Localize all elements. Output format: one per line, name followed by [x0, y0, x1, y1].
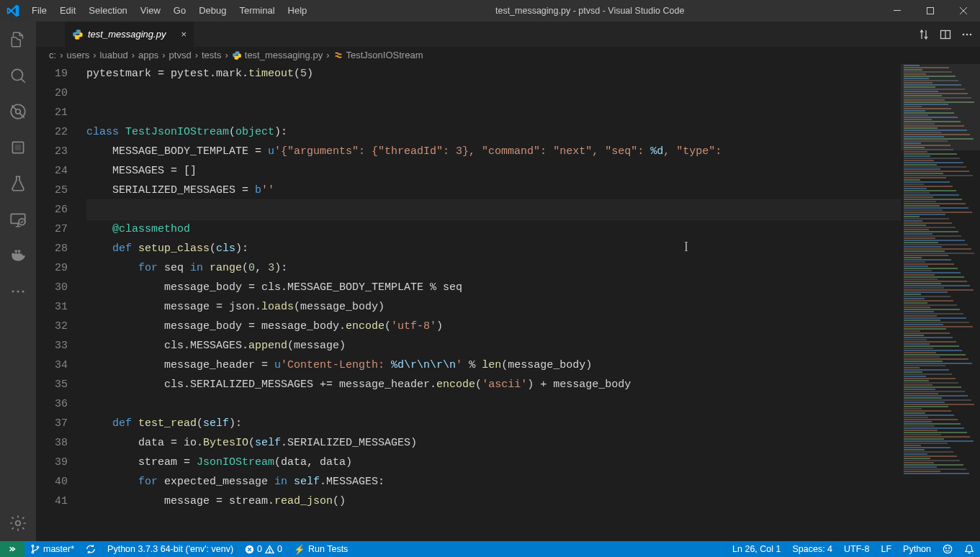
- code-line[interactable]: for seq in range(0, 3):: [86, 258, 901, 278]
- activity-remote[interactable]: [0, 201, 36, 237]
- menu-go[interactable]: Go: [167, 0, 192, 22]
- code-line[interactable]: message = stream.read_json(): [86, 492, 901, 511]
- minimap-line: [904, 443, 948, 444]
- svg-point-23: [269, 551, 270, 552]
- python-interpreter[interactable]: Python 3.7.3 64-bit ('env': venv): [102, 541, 239, 557]
- menu-selection[interactable]: Selection: [82, 0, 133, 22]
- minimize-button[interactable]: [881, 0, 914, 22]
- svg-point-16: [966, 33, 968, 35]
- more-actions-icon[interactable]: [961, 29, 973, 40]
- breadcrumb-item[interactable]: tests: [202, 50, 221, 60]
- code-line[interactable]: class TestJsonIOStream(object):: [86, 122, 901, 142]
- code-line[interactable]: pytestmark = pytest.mark.timeout(5): [86, 64, 901, 83]
- minimap-line: [904, 464, 963, 466]
- minimap-line: [904, 240, 965, 241]
- activity-debug[interactable]: [0, 130, 36, 166]
- branch-name: master*: [43, 544, 74, 554]
- split-editor-icon[interactable]: [940, 29, 951, 40]
- svg-point-26: [949, 548, 950, 548]
- tab-close-icon[interactable]: ×: [181, 29, 186, 40]
- line-number: 30: [36, 278, 68, 297]
- activity-bar: [0, 22, 36, 541]
- indentation[interactable]: Spaces: 4: [786, 541, 838, 557]
- breadcrumb-symbol[interactable]: TestJsonIOStream: [333, 50, 423, 60]
- activity-docker[interactable]: [0, 237, 36, 273]
- code-line[interactable]: stream = JsonIOStream(data, data): [86, 453, 901, 472]
- minimap-line: [904, 397, 942, 399]
- code-line[interactable]: [86, 394, 901, 414]
- minimap-line: [904, 248, 971, 250]
- minimap-line: [904, 361, 943, 362]
- code-line[interactable]: MESSAGE_BODY_TEMPLATE = u'{"arguments": …: [86, 142, 901, 161]
- chevron-right-icon: ›: [223, 50, 229, 60]
- minimap[interactable]: [901, 64, 980, 541]
- code-line[interactable]: [86, 83, 901, 103]
- menubar: FileEditSelectionViewGoDebugTerminalHelp: [25, 0, 313, 22]
- code-line[interactable]: message = json.loads(message_body): [86, 297, 901, 317]
- activity-source-control[interactable]: [0, 94, 36, 130]
- minimap-line: [904, 311, 934, 312]
- maximize-button[interactable]: [914, 0, 947, 22]
- menu-debug[interactable]: Debug: [192, 0, 233, 22]
- language-mode[interactable]: Python: [897, 541, 937, 557]
- menu-terminal[interactable]: Terminal: [233, 0, 281, 22]
- feedback-icon[interactable]: [937, 541, 958, 557]
- editor-tab[interactable]: test_messaging.py ×: [65, 22, 194, 47]
- minimap-line: [904, 376, 926, 377]
- problems-indicator[interactable]: 0 0: [239, 541, 288, 557]
- cursor-position[interactable]: Ln 26, Col 1: [727, 541, 786, 557]
- menu-view[interactable]: View: [134, 0, 167, 22]
- minimap-line: [904, 456, 957, 457]
- sync-button[interactable]: [80, 541, 102, 557]
- code-line[interactable]: def test_read(self):: [86, 414, 901, 433]
- activity-explorer[interactable]: [0, 22, 36, 58]
- code-line[interactable]: @classmethod: [86, 219, 901, 239]
- code-line[interactable]: cls.MESSAGES.append(message): [86, 336, 901, 356]
- code-line[interactable]: cls.SERIALIZED_MESSAGES += message_heade…: [86, 375, 901, 394]
- breadcrumb-file[interactable]: test_messaging.py: [232, 50, 323, 60]
- editor-area: test_messaging.py × c:›users›luabud›apps…: [36, 22, 980, 541]
- code-content[interactable]: pytestmark = pytest.mark.timeout(5)class…: [86, 64, 901, 541]
- menu-edit[interactable]: Edit: [53, 0, 82, 22]
- activity-settings[interactable]: [0, 505, 36, 541]
- compare-changes-icon[interactable]: [918, 29, 930, 40]
- line-number: 21: [36, 103, 68, 122]
- minimap-line: [904, 412, 925, 414]
- minimap-line: [904, 348, 933, 349]
- code-line[interactable]: message_body = cls.MESSAGE_BODY_TEMPLATE…: [86, 278, 901, 297]
- notifications-icon[interactable]: [958, 541, 980, 557]
- breadcrumb-item[interactable]: ptvsd: [169, 50, 192, 60]
- minimap-line: [904, 168, 940, 170]
- code-line[interactable]: message_body = message_body.encode('utf-…: [86, 317, 901, 336]
- breadcrumb-item[interactable]: c:: [49, 50, 56, 60]
- code-line[interactable]: def setup_class(cls):: [86, 239, 901, 258]
- code-line[interactable]: MESSAGES = []: [86, 161, 901, 181]
- encoding[interactable]: UTF-8: [838, 541, 875, 557]
- menu-file[interactable]: File: [25, 0, 53, 22]
- code-line[interactable]: [86, 103, 901, 122]
- code-line[interactable]: for expected_message in self.MESSAGES:: [86, 472, 901, 492]
- minimap-viewport[interactable]: [901, 64, 980, 150]
- breadcrumb-item[interactable]: luabud: [100, 50, 128, 60]
- minimap-line: [904, 395, 968, 397]
- menu-help[interactable]: Help: [282, 0, 314, 22]
- activity-search[interactable]: [0, 58, 36, 94]
- breadcrumb-item[interactable]: users: [66, 50, 89, 60]
- activity-more[interactable]: [0, 273, 36, 309]
- breadcrumbs[interactable]: c:›users›luabud›apps›ptvsd›tests›test_me…: [36, 47, 980, 64]
- minimap-line: [904, 188, 927, 189]
- eol[interactable]: LF: [875, 541, 897, 557]
- activity-test[interactable]: [0, 166, 36, 201]
- breadcrumb-item[interactable]: apps: [138, 50, 158, 60]
- run-tests[interactable]: ⚡ Run Tests: [288, 541, 354, 557]
- minimap-line: [904, 425, 935, 427]
- code-line[interactable]: message_header = u'Content-Length: %d\r\…: [86, 356, 901, 375]
- git-branch[interactable]: master*: [24, 541, 80, 557]
- code-line[interactable]: [86, 200, 901, 219]
- remote-indicator[interactable]: [0, 541, 24, 557]
- minimap-line: [904, 194, 959, 196]
- close-button[interactable]: [947, 0, 980, 22]
- code-line[interactable]: data = io.BytesIO(self.SERIALIZED_MESSAG…: [86, 433, 901, 453]
- minimap-line: [904, 263, 954, 265]
- code-line[interactable]: SERIALIZED_MESSAGES = b'': [86, 181, 901, 200]
